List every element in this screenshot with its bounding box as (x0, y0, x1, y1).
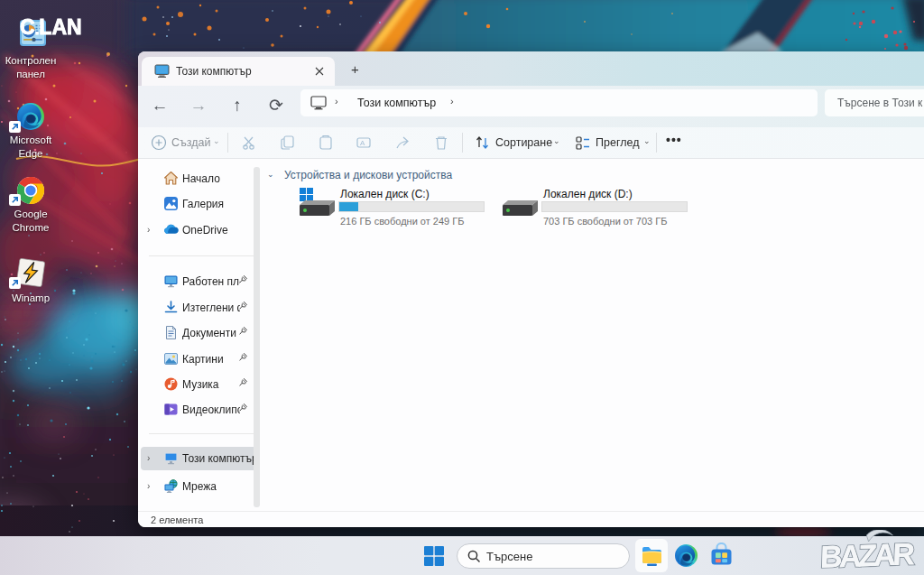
svg-text:BAZAR: BAZAR (820, 536, 916, 574)
svg-text:A: A (360, 139, 365, 147)
